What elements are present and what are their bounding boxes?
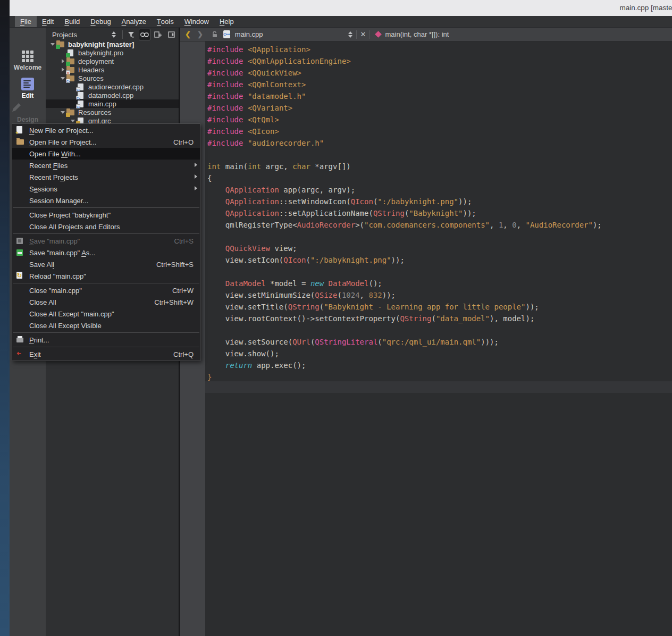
split-add-icon[interactable] xyxy=(152,29,164,40)
tree-item-datamodel.cpp[interactable]: C+datamodel.cpp xyxy=(46,91,179,99)
menu-item-label: Open File With... xyxy=(29,150,81,158)
expander-open-icon[interactable] xyxy=(69,120,77,122)
menu-icon-spacer xyxy=(15,185,27,193)
mode-edit[interactable]: Edit xyxy=(10,71,46,99)
window-title: main.cpp [master xyxy=(619,4,672,12)
menu-item-print[interactable]: Print... xyxy=(12,334,200,346)
menu-item-save-main-cpp-as[interactable]: Save "main.cpp" As... xyxy=(12,247,200,258)
expander-open-icon[interactable] xyxy=(59,77,66,80)
menu-item-label: New File or Project... xyxy=(29,127,94,135)
menu-item-close-all-projects-and-editors[interactable]: Close All Projects and Editors xyxy=(12,221,200,232)
menu-item-session-manager[interactable]: Session Manager... xyxy=(12,195,200,206)
tree-item-label: audiorecorder.cpp xyxy=(88,83,144,91)
submenu-arrow-icon xyxy=(195,174,197,179)
tree-item-deployment[interactable]: deployment xyxy=(46,57,179,65)
menu-item-close-project-babyknight[interactable]: Close Project "babyknight" xyxy=(12,209,200,221)
filter-icon[interactable] xyxy=(125,29,137,40)
file-icon: C+ xyxy=(77,92,85,99)
menu-item-exit[interactable]: ExitCtrl+Q xyxy=(12,348,200,360)
menu-item-open-file-or-project[interactable]: Open File or Project...Ctrl+O xyxy=(12,136,200,148)
openfolder-icon xyxy=(15,138,27,146)
toolbar-divider xyxy=(369,30,370,39)
tree-item-babyknight.pro[interactable]: babyknight.pro xyxy=(46,48,179,57)
expander-open-icon[interactable] xyxy=(59,111,66,114)
exit-icon xyxy=(15,350,27,358)
welcome-grid-icon xyxy=(22,46,33,55)
menu-item-reload-main-cpp[interactable]: Reload "main.cpp" xyxy=(12,270,200,282)
mode-welcome[interactable]: Welcome xyxy=(10,44,46,71)
tree-item-label: babyknight.pro xyxy=(78,49,123,57)
close-icon[interactable]: ✕ xyxy=(360,30,366,38)
menu-item-label: Close All xyxy=(29,298,56,306)
updown-icon[interactable] xyxy=(108,29,120,40)
menu-item-label: Close Project "babyknight" xyxy=(29,211,111,219)
menu-item-sessions[interactable]: Sessions xyxy=(12,183,200,195)
menu-item-label: Save All xyxy=(29,261,54,269)
menu-item-label: Close All Projects and Editors xyxy=(29,223,120,231)
save-icon xyxy=(15,237,27,245)
design-pencil-icon xyxy=(10,102,46,114)
menu-item-close-all-except-main-cpp[interactable]: Close All Except "main.cpp" xyxy=(12,308,200,320)
toolbar-divider xyxy=(356,30,357,39)
menu-item-close-all[interactable]: Close AllCtrl+Shift+W xyxy=(12,296,200,308)
symbol-dropdown[interactable]: main(int, char *[]): int xyxy=(385,30,449,38)
menu-item-label: Close "main.cpp" xyxy=(29,287,82,295)
toolbar-divider xyxy=(122,30,123,39)
window-titlebar[interactable]: main.cpp [master xyxy=(10,0,672,16)
menubar-item-build[interactable]: Build xyxy=(59,16,85,27)
forward-chevron-icon[interactable]: ❯ xyxy=(197,30,203,38)
expander-closed-icon[interactable] xyxy=(59,68,66,72)
menu-item-new-file-or-project[interactable]: New File or Project... xyxy=(12,124,200,136)
menu-item-label: Open File or Project... xyxy=(29,138,96,146)
folder-icon: C+ xyxy=(66,75,75,82)
projects-panel-title: Projects xyxy=(52,31,77,39)
menu-separator xyxy=(13,347,199,347)
menu-icon-spacer xyxy=(15,321,27,330)
menu-icon-spacer xyxy=(15,211,27,219)
expander-open-icon[interactable] xyxy=(49,43,56,46)
file-icon: C+ xyxy=(77,83,85,90)
menubar-item-edit[interactable]: Edit xyxy=(37,16,59,27)
menu-icon-spacer xyxy=(15,149,27,158)
reload-icon xyxy=(15,272,27,280)
menubar-item-file[interactable]: File xyxy=(15,16,37,27)
document-dropdown-icon[interactable] xyxy=(348,31,352,38)
menu-item-save-all[interactable]: Save AllCtrl+Shift+S xyxy=(12,258,200,270)
tree-item-sources[interactable]: C+Sources xyxy=(46,74,179,82)
file-icon xyxy=(66,49,75,56)
tree-item-resources[interactable]: Resources xyxy=(46,108,179,116)
expander-closed-icon[interactable] xyxy=(59,59,66,63)
print-icon xyxy=(15,336,27,344)
menu-item-label: Exit xyxy=(29,350,41,358)
mode-label: Welcome xyxy=(10,64,46,71)
menu-icon-spacer xyxy=(15,196,27,205)
menu-icon-spacer xyxy=(15,286,27,295)
menubar-item-help[interactable]: Help xyxy=(214,16,239,27)
tree-item-main.cpp[interactable]: C+main.cpp xyxy=(46,99,179,108)
back-chevron-icon[interactable]: ❮ xyxy=(185,30,191,38)
tree-item-babyknight-master-[interactable]: babyknight [master] xyxy=(46,40,179,48)
folder-icon xyxy=(56,41,65,48)
tree-item-audiorecorder.cpp[interactable]: C+audiorecorder.cpp xyxy=(46,82,179,91)
code-editor[interactable]: #include <QApplication>#include <QQmlApp… xyxy=(205,41,672,636)
menu-item-save-main-cpp: Save "main.cpp"Ctrl+S xyxy=(12,235,200,247)
menubar-item-tools[interactable]: Tools xyxy=(152,16,179,27)
tree-item-headers[interactable]: hHeaders xyxy=(46,65,179,74)
menu-item-label: Recent Files xyxy=(29,162,68,170)
editor-tab-filename[interactable]: main.cpp xyxy=(235,30,263,38)
cpp-file-icon: C++ xyxy=(223,30,230,38)
menubar-item-analyze[interactable]: Analyze xyxy=(116,16,152,27)
edit-document-icon xyxy=(21,74,34,83)
menu-item-close-all-except-visible[interactable]: Close All Except Visible xyxy=(12,320,200,331)
close-sidebar-icon[interactable] xyxy=(165,29,177,40)
menubar-item-debug[interactable]: Debug xyxy=(85,16,116,27)
tree-item-label: deployment xyxy=(78,57,114,65)
menu-item-recent-projects[interactable]: Recent Projects xyxy=(12,171,200,183)
menu-item-close-main-cpp[interactable]: Close "main.cpp"Ctrl+W xyxy=(12,284,200,296)
menu-item-open-file-with[interactable]: Open File With... xyxy=(12,148,200,160)
menu-item-recent-files[interactable]: Recent Files xyxy=(12,160,200,171)
link-icon[interactable] xyxy=(139,29,150,40)
menubar: FileEditBuildDebugAnalyzeToolsWindowHelp xyxy=(10,16,672,28)
menubar-item-window[interactable]: Window xyxy=(179,16,214,27)
menu-item-label: Reload "main.cpp" xyxy=(29,272,86,280)
